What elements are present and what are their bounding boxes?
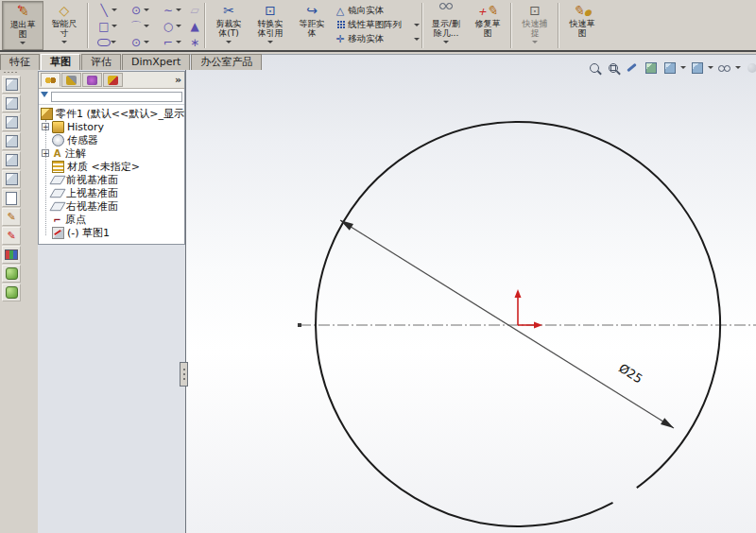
centerpoint-arc-button[interactable]: ⊙ [123, 34, 155, 50]
convert-entities-button[interactable]: ⊡ 转换实 体引用 [249, 1, 291, 50]
zoom-to-fit-button[interactable] [586, 60, 602, 75]
exit-sketch-button[interactable]: ✎↰ 退出草 图 [2, 1, 43, 50]
tree-item-上视基准面[interactable]: 上视基准面 [39, 186, 184, 199]
tree-item-history-folder[interactable]: +History [39, 120, 184, 133]
slot-button[interactable] [91, 34, 123, 50]
arc-button[interactable]: ⌒ [123, 18, 155, 34]
tree-item-part[interactable]: 零件1 (默认<<默认>_显示状态 [39, 107, 184, 120]
diameter-dimension-text[interactable]: Ø25 [616, 361, 645, 387]
dropdown-caret[interactable] [708, 66, 713, 72]
dropdown-caret[interactable] [414, 24, 420, 29]
dropdown-caret[interactable] [111, 41, 116, 46]
isometric-view-button[interactable] [2, 76, 21, 94]
front-view-button[interactable] [2, 95, 21, 112]
render-settings-button[interactable] [2, 284, 21, 301]
smart-dimension-button[interactable]: ◇ 智能尺 寸 [43, 1, 85, 50]
dropdown-caret[interactable] [176, 25, 181, 30]
section-view-button[interactable] [624, 60, 640, 75]
configurationmanager-tab[interactable] [82, 73, 102, 87]
repair-sketch-button[interactable]: +✎ 修复草 图 [467, 1, 508, 50]
plane-button[interactable]: ▱ [187, 2, 202, 18]
dropdown-caret[interactable] [414, 38, 420, 43]
hide-show-items-button[interactable] [689, 60, 705, 75]
point-button[interactable]: ∗ [187, 34, 202, 50]
dropdown-caret[interactable] [20, 42, 26, 47]
edit-appearance-button[interactable] [744, 60, 756, 75]
trim-entities-button[interactable]: ✂ 剪裁实 体(T) [208, 1, 249, 50]
dropdown-caret[interactable] [443, 41, 449, 46]
tree-expander[interactable]: + [42, 123, 49, 130]
polygon-button[interactable]: ▲ [187, 18, 202, 34]
dimxpertmanager-tab[interactable] [103, 73, 123, 87]
tree-item-右视基准面[interactable]: 右视基准面 [39, 199, 184, 213]
view-settings-button[interactable] [716, 60, 732, 75]
document-page-button[interactable] [2, 189, 21, 207]
filter-funnel-icon[interactable] [41, 92, 48, 101]
spline-button[interactable]: ∼ [155, 2, 187, 18]
dropdown-caret[interactable] [112, 9, 117, 14]
tree-item-material[interactable]: 材质 <未指定> [39, 160, 184, 173]
tab-DimXpert[interactable]: DimXpert [122, 54, 190, 70]
rectangle-button[interactable]: □ [91, 18, 123, 34]
dropdown-caret[interactable] [735, 66, 741, 72]
viewport-style-button[interactable] [2, 246, 21, 264]
apply-scene-button[interactable] [2, 265, 21, 283]
dropdown-caret[interactable] [176, 41, 181, 46]
offset-entities-button[interactable]: ↪ 等距实 体 [291, 1, 333, 50]
tree-item-sensors[interactable]: 传感器 [39, 133, 184, 146]
panel-splitter[interactable] [185, 70, 186, 533]
tree-item-origin[interactable]: ⌐原点 [39, 213, 184, 226]
tree-filter-input[interactable] [51, 92, 182, 102]
right-view-button[interactable] [2, 151, 21, 169]
tab-评估[interactable]: 评估 [81, 54, 121, 70]
featuremanager-tab-bar: » [39, 72, 184, 89]
quick-snaps-button[interactable]: ⊡ 快速捕 捉 [514, 1, 556, 50]
dropdown-caret[interactable] [61, 41, 67, 46]
dropdown-caret[interactable] [176, 9, 181, 14]
centerline-endpoint[interactable] [298, 323, 301, 327]
fillet-button[interactable]: ⌐ [155, 34, 187, 50]
dropdown-caret[interactable] [112, 25, 117, 30]
dropdown-caret[interactable] [144, 9, 149, 14]
view-orientation-button[interactable] [643, 60, 659, 75]
display-delete-relations-button[interactable]: 显示/删 除几... [425, 1, 467, 50]
view-settings-icon [718, 65, 730, 71]
origin-symbol[interactable] [515, 289, 543, 329]
dropdown-caret[interactable] [267, 41, 273, 46]
tab-草图[interactable]: 草图 [41, 54, 80, 70]
propertymanager-tab[interactable] [61, 73, 81, 87]
dropdown-caret[interactable] [532, 41, 538, 46]
toolbar-drag-handle[interactable] [3, 71, 20, 74]
back-view-button[interactable] [2, 113, 21, 131]
tab-办公室产品[interactable]: 办公室产品 [191, 54, 262, 70]
dropdown-caret[interactable] [680, 66, 686, 72]
featuremanager-tree-tab[interactable] [41, 73, 60, 87]
tab-特征[interactable]: 特征 [0, 54, 40, 70]
dropdown-caret[interactable] [226, 41, 232, 46]
graphics-area[interactable]: Ø25 [186, 54, 756, 533]
top-view-button[interactable] [2, 170, 21, 188]
tree-expander[interactable]: + [42, 149, 49, 157]
tree-item-sketch[interactable]: (-) 草图1 [39, 226, 184, 239]
left-view-button[interactable] [2, 132, 21, 150]
tree-item-annotations[interactable]: +A注解 [39, 146, 184, 160]
panel-overflow-chevron[interactable]: » [175, 74, 181, 86]
toolbar-separator [421, 3, 423, 48]
diameter-dimension-line[interactable] [340, 220, 674, 428]
move-entities-button[interactable]: ✛ 移动实体 [333, 32, 420, 46]
circle-button[interactable]: ⊙ [123, 2, 155, 18]
mirror-entities-button[interactable]: △ 镜向实体 [333, 4, 420, 18]
dropdown-caret[interactable] [144, 41, 149, 46]
sketch-canvas[interactable]: Ø25 [186, 55, 756, 533]
edit-sketch-button[interactable]: ✎ [2, 208, 21, 226]
line-button[interactable]: ╲ [91, 2, 123, 18]
repair-sketch-button[interactable]: ✎ [2, 227, 21, 245]
dropdown-caret[interactable] [144, 25, 149, 30]
display-style-button[interactable] [662, 60, 678, 75]
tree-item-前视基准面[interactable]: 前视基准面 [39, 173, 184, 186]
zoom-to-area-button[interactable] [605, 60, 621, 75]
linear-sketch-pattern-button[interactable]: 线性草图阵列 [333, 18, 420, 32]
panel-splitter-handle[interactable] [180, 362, 188, 387]
ellipse-button[interactable]: ○ [155, 18, 187, 34]
rapid-sketch-button[interactable]: ✎● 快速草 图 [561, 1, 603, 50]
